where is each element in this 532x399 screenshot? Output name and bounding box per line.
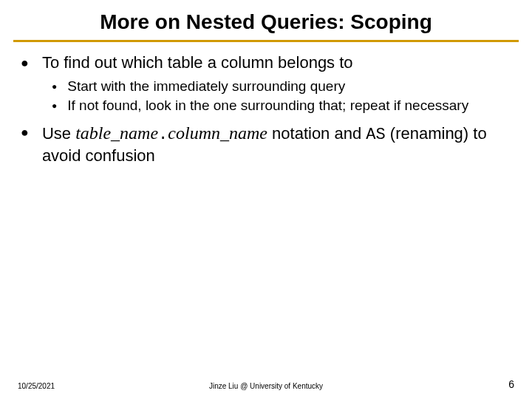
slide: More on Nested Queries: Scoping ● To fin… bbox=[0, 0, 532, 399]
bullet-icon: ● bbox=[21, 122, 29, 143]
bullet-icon: ● bbox=[52, 97, 57, 115]
content-area: ● To find out which table a column belon… bbox=[0, 42, 532, 166]
bullet-2-dot: . bbox=[158, 126, 168, 144]
bullet-2-prefix: Use bbox=[42, 124, 75, 143]
sub-bullet-1-text: Start with the immediately surrounding q… bbox=[67, 78, 345, 95]
footer: 10/25/2021 Jinze Liu @ University of Ken… bbox=[0, 378, 532, 390]
sub-bullet-2: ● If not found, look in the one surround… bbox=[52, 97, 511, 115]
bullet-2-italic2: column_name bbox=[168, 123, 267, 143]
bullet-2-mono: AS bbox=[366, 126, 385, 144]
bullet-icon: ● bbox=[21, 52, 29, 73]
page-title: More on Nested Queries: Scoping bbox=[0, 0, 532, 40]
bullet-2-mid: notation and bbox=[267, 124, 366, 143]
bullet-2-italic1: table_name bbox=[75, 123, 158, 143]
bullet-1: ● To find out which table a column belon… bbox=[21, 52, 511, 73]
bullet-1-text: To find out which table a column belongs… bbox=[42, 52, 353, 73]
footer-center: Jinze Liu @ University of Kentucky bbox=[0, 382, 532, 390]
bullet-1-sublist: ● Start with the immediately surrounding… bbox=[21, 78, 511, 115]
bullet-2: ● Use table_name.column_name notation an… bbox=[21, 122, 511, 166]
bullet-2-text: Use table_name.column_name notation and … bbox=[42, 122, 511, 166]
sub-bullet-2-text: If not found, look in the one surroundin… bbox=[67, 97, 468, 115]
sub-bullet-1: ● Start with the immediately surrounding… bbox=[52, 78, 511, 95]
bullet-icon: ● bbox=[52, 78, 57, 95]
